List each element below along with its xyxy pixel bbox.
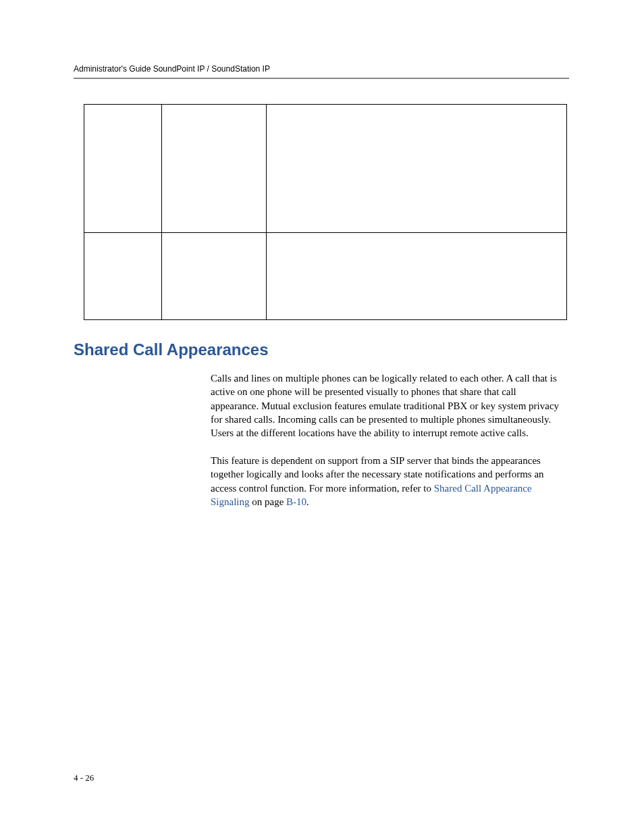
table-row (84, 105, 567, 233)
body-paragraph-2: This feature is dependent on support fro… (211, 454, 565, 509)
content-table (84, 104, 567, 320)
table-cell (266, 105, 566, 233)
page-reference-link[interactable]: B-10 (286, 496, 306, 507)
page-header-title: Administrator's Guide SoundPoint IP / So… (74, 64, 270, 74)
table-row (84, 233, 567, 320)
section-heading: Shared Call Appearances (74, 340, 269, 359)
body-paragraph-1: Calls and lines on multiple phones can b… (211, 371, 565, 440)
table-cell (84, 105, 162, 233)
paragraph-text: on page (250, 496, 287, 507)
table-cell (266, 233, 566, 320)
table-cell (161, 105, 266, 233)
table-cell (161, 233, 266, 320)
page-number: 4 - 26 (74, 773, 94, 783)
table-cell (84, 233, 162, 320)
paragraph-text: . (306, 496, 309, 507)
header-divider (74, 78, 569, 79)
